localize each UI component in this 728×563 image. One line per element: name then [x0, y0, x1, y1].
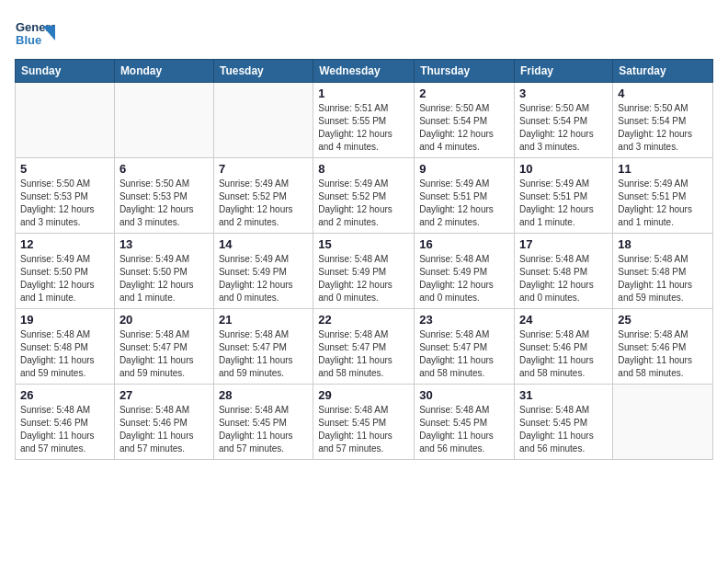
calendar-cell: 19Sunrise: 5:48 AM Sunset: 5:48 PM Dayli… [16, 309, 115, 385]
weekday-header-saturday: Saturday [613, 60, 713, 83]
cell-info-text: Sunrise: 5:49 AM Sunset: 5:49 PM Dayligh… [219, 253, 308, 304]
cell-date-number: 18 [618, 237, 708, 251]
cell-date-number: 8 [318, 162, 409, 176]
calendar-week-3: 12Sunrise: 5:49 AM Sunset: 5:50 PM Dayli… [16, 234, 713, 309]
calendar-cell: 11Sunrise: 5:49 AM Sunset: 5:51 PM Dayli… [613, 158, 713, 234]
calendar-cell: 30Sunrise: 5:48 AM Sunset: 5:45 PM Dayli… [415, 385, 515, 460]
cell-date-number: 3 [519, 86, 608, 100]
calendar-cell: 3Sunrise: 5:50 AM Sunset: 5:54 PM Daylig… [515, 83, 613, 158]
calendar-cell: 2Sunrise: 5:50 AM Sunset: 5:54 PM Daylig… [415, 83, 515, 158]
cell-info-text: Sunrise: 5:48 AM Sunset: 5:47 PM Dayligh… [219, 328, 308, 380]
calendar-cell [114, 83, 213, 158]
calendar-cell: 8Sunrise: 5:49 AM Sunset: 5:52 PM Daylig… [313, 158, 415, 234]
cell-info-text: Sunrise: 5:50 AM Sunset: 5:53 PM Dayligh… [20, 178, 109, 229]
cell-date-number: 12 [20, 237, 109, 251]
calendar-cell: 4Sunrise: 5:50 AM Sunset: 5:54 PM Daylig… [613, 83, 713, 158]
calendar-cell: 9Sunrise: 5:49 AM Sunset: 5:51 PM Daylig… [415, 158, 515, 234]
calendar-cell: 6Sunrise: 5:50 AM Sunset: 5:53 PM Daylig… [114, 158, 213, 234]
calendar-cell [16, 83, 115, 158]
calendar-cell: 5Sunrise: 5:50 AM Sunset: 5:53 PM Daylig… [16, 158, 115, 234]
cell-info-text: Sunrise: 5:48 AM Sunset: 5:46 PM Dayligh… [519, 328, 608, 380]
calendar-cell: 27Sunrise: 5:48 AM Sunset: 5:46 PM Dayli… [114, 385, 213, 460]
logo: General Blue [15, 15, 55, 52]
cell-date-number: 27 [119, 388, 209, 402]
cell-date-number: 1 [318, 86, 409, 100]
weekday-header-wednesday: Wednesday [313, 60, 415, 83]
cell-date-number: 6 [119, 162, 209, 176]
cell-date-number: 17 [519, 237, 608, 251]
cell-info-text: Sunrise: 5:48 AM Sunset: 5:48 PM Dayligh… [618, 253, 708, 304]
calendar-week-2: 5Sunrise: 5:50 AM Sunset: 5:53 PM Daylig… [16, 158, 713, 234]
cell-info-text: Sunrise: 5:51 AM Sunset: 5:55 PM Dayligh… [318, 102, 409, 154]
calendar-cell [613, 385, 713, 460]
cell-date-number: 16 [419, 237, 509, 251]
cell-info-text: Sunrise: 5:49 AM Sunset: 5:51 PM Dayligh… [618, 178, 708, 229]
page-header: General Blue [15, 15, 713, 52]
logo-icon: General Blue [15, 15, 55, 52]
cell-date-number: 2 [419, 86, 509, 100]
cell-date-number: 21 [219, 313, 308, 327]
calendar-cell: 29Sunrise: 5:48 AM Sunset: 5:45 PM Dayli… [313, 385, 415, 460]
cell-info-text: Sunrise: 5:48 AM Sunset: 5:49 PM Dayligh… [419, 253, 509, 304]
cell-date-number: 22 [318, 313, 409, 327]
cell-info-text: Sunrise: 5:48 AM Sunset: 5:46 PM Dayligh… [618, 328, 708, 380]
calendar-cell: 23Sunrise: 5:48 AM Sunset: 5:47 PM Dayli… [415, 309, 515, 385]
cell-info-text: Sunrise: 5:50 AM Sunset: 5:54 PM Dayligh… [419, 102, 509, 154]
calendar-cell: 22Sunrise: 5:48 AM Sunset: 5:47 PM Dayli… [313, 309, 415, 385]
calendar-cell: 15Sunrise: 5:48 AM Sunset: 5:49 PM Dayli… [313, 234, 415, 309]
cell-info-text: Sunrise: 5:48 AM Sunset: 5:47 PM Dayligh… [318, 328, 409, 380]
cell-date-number: 13 [119, 237, 209, 251]
calendar-cell: 10Sunrise: 5:49 AM Sunset: 5:51 PM Dayli… [515, 158, 613, 234]
calendar-cell: 13Sunrise: 5:49 AM Sunset: 5:50 PM Dayli… [114, 234, 213, 309]
cell-info-text: Sunrise: 5:50 AM Sunset: 5:53 PM Dayligh… [119, 178, 209, 229]
weekday-header-row: SundayMondayTuesdayWednesdayThursdayFrid… [16, 60, 713, 83]
calendar-table: SundayMondayTuesdayWednesdayThursdayFrid… [15, 59, 713, 460]
cell-date-number: 28 [219, 388, 308, 402]
cell-date-number: 10 [519, 162, 608, 176]
cell-date-number: 11 [618, 162, 708, 176]
cell-date-number: 19 [20, 313, 109, 327]
cell-info-text: Sunrise: 5:48 AM Sunset: 5:45 PM Dayligh… [519, 404, 608, 455]
calendar-cell: 17Sunrise: 5:48 AM Sunset: 5:48 PM Dayli… [515, 234, 613, 309]
cell-date-number: 31 [519, 388, 608, 402]
cell-info-text: Sunrise: 5:48 AM Sunset: 5:49 PM Dayligh… [318, 253, 409, 304]
cell-info-text: Sunrise: 5:48 AM Sunset: 5:45 PM Dayligh… [419, 404, 509, 455]
calendar-cell: 26Sunrise: 5:48 AM Sunset: 5:46 PM Dayli… [16, 385, 115, 460]
cell-date-number: 25 [618, 313, 708, 327]
cell-info-text: Sunrise: 5:48 AM Sunset: 5:48 PM Dayligh… [20, 328, 109, 380]
cell-date-number: 5 [20, 162, 109, 176]
cell-date-number: 14 [219, 237, 308, 251]
calendar-cell: 12Sunrise: 5:49 AM Sunset: 5:50 PM Dayli… [16, 234, 115, 309]
weekday-header-thursday: Thursday [415, 60, 515, 83]
cell-info-text: Sunrise: 5:48 AM Sunset: 5:46 PM Dayligh… [20, 404, 109, 455]
cell-date-number: 30 [419, 388, 509, 402]
calendar-cell: 16Sunrise: 5:48 AM Sunset: 5:49 PM Dayli… [415, 234, 515, 309]
cell-info-text: Sunrise: 5:48 AM Sunset: 5:47 PM Dayligh… [419, 328, 509, 380]
calendar-week-1: 1Sunrise: 5:51 AM Sunset: 5:55 PM Daylig… [16, 83, 713, 158]
calendar-cell [213, 83, 313, 158]
svg-text:Blue: Blue [16, 33, 41, 47]
cell-date-number: 4 [618, 86, 708, 100]
cell-info-text: Sunrise: 5:49 AM Sunset: 5:52 PM Dayligh… [219, 178, 308, 229]
cell-date-number: 23 [419, 313, 509, 327]
cell-info-text: Sunrise: 5:49 AM Sunset: 5:52 PM Dayligh… [318, 178, 409, 229]
cell-date-number: 15 [318, 237, 409, 251]
calendar-cell: 28Sunrise: 5:48 AM Sunset: 5:45 PM Dayli… [213, 385, 313, 460]
cell-info-text: Sunrise: 5:50 AM Sunset: 5:54 PM Dayligh… [519, 102, 608, 154]
cell-info-text: Sunrise: 5:49 AM Sunset: 5:50 PM Dayligh… [20, 253, 109, 304]
calendar-cell: 14Sunrise: 5:49 AM Sunset: 5:49 PM Dayli… [213, 234, 313, 309]
calendar-cell: 20Sunrise: 5:48 AM Sunset: 5:47 PM Dayli… [114, 309, 213, 385]
cell-info-text: Sunrise: 5:50 AM Sunset: 5:54 PM Dayligh… [618, 102, 708, 154]
weekday-header-sunday: Sunday [16, 60, 115, 83]
cell-info-text: Sunrise: 5:48 AM Sunset: 5:47 PM Dayligh… [119, 328, 209, 380]
cell-info-text: Sunrise: 5:48 AM Sunset: 5:45 PM Dayligh… [219, 404, 308, 455]
cell-date-number: 26 [20, 388, 109, 402]
calendar-cell: 7Sunrise: 5:49 AM Sunset: 5:52 PM Daylig… [213, 158, 313, 234]
calendar-cell: 31Sunrise: 5:48 AM Sunset: 5:45 PM Dayli… [515, 385, 613, 460]
cell-info-text: Sunrise: 5:49 AM Sunset: 5:51 PM Dayligh… [519, 178, 608, 229]
cell-info-text: Sunrise: 5:48 AM Sunset: 5:45 PM Dayligh… [318, 404, 409, 455]
weekday-header-tuesday: Tuesday [213, 60, 313, 83]
cell-date-number: 7 [219, 162, 308, 176]
cell-date-number: 24 [519, 313, 608, 327]
calendar-cell: 18Sunrise: 5:48 AM Sunset: 5:48 PM Dayli… [613, 234, 713, 309]
